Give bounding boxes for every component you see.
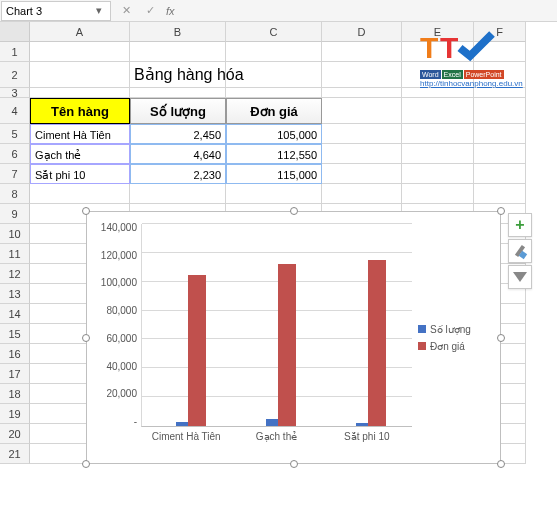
col-header[interactable]: C (226, 22, 322, 42)
confirm-icon[interactable]: ✓ (142, 4, 158, 17)
resize-handle[interactable] (497, 334, 505, 342)
row-header[interactable]: 9 (0, 204, 30, 224)
cell[interactable] (402, 144, 474, 164)
row-header[interactable]: 12 (0, 264, 30, 284)
row-header[interactable]: 19 (0, 404, 30, 424)
row-header[interactable]: 16 (0, 344, 30, 364)
row-header[interactable]: 20 (0, 424, 30, 444)
name-box-bar: Chart 3 ▾ ✕ ✓ fx (0, 0, 557, 22)
resize-handle[interactable] (497, 460, 505, 468)
cell[interactable] (322, 88, 402, 98)
cell[interactable] (402, 124, 474, 144)
row-header[interactable]: 11 (0, 244, 30, 264)
svg-text:T: T (420, 31, 438, 64)
cell[interactable] (30, 184, 130, 204)
row-header[interactable]: 6 (0, 144, 30, 164)
resize-handle[interactable] (497, 207, 505, 215)
data-cell[interactable]: 105,000 (226, 124, 322, 144)
y-tick: 80,000 (95, 305, 137, 316)
cell[interactable] (30, 42, 130, 62)
cell[interactable] (322, 62, 402, 88)
fx-icon[interactable]: fx (166, 5, 175, 17)
cell[interactable] (322, 124, 402, 144)
cell[interactable] (474, 124, 526, 144)
data-cell[interactable]: Sắt phi 10 (30, 164, 130, 184)
chart-bar[interactable] (368, 260, 386, 426)
cell[interactable] (226, 42, 322, 62)
row-header[interactable]: 13 (0, 284, 30, 304)
cell[interactable] (474, 164, 526, 184)
cell[interactable] (226, 184, 322, 204)
row-header[interactable]: 5 (0, 124, 30, 144)
chart-bar[interactable] (278, 264, 296, 426)
chart-object[interactable]: 140,000 120,000 100,000 80,000 60,000 40… (86, 211, 501, 464)
cell[interactable] (226, 62, 322, 88)
legend-swatch (418, 342, 426, 350)
cell[interactable] (474, 98, 526, 124)
row-header[interactable]: 2 (0, 62, 30, 88)
row-header[interactable]: 3 (0, 88, 30, 98)
col-header[interactable]: D (322, 22, 402, 42)
cell[interactable] (402, 164, 474, 184)
cell[interactable] (30, 88, 130, 98)
cell[interactable] (322, 144, 402, 164)
resize-handle[interactable] (290, 207, 298, 215)
sheet-title[interactable]: Bảng hàng hóa (130, 62, 226, 88)
cell[interactable] (322, 164, 402, 184)
data-cell[interactable]: 112,550 (226, 144, 322, 164)
resize-handle[interactable] (290, 460, 298, 468)
chart-elements-button[interactable] (508, 213, 532, 237)
cell[interactable] (474, 88, 526, 98)
row-header[interactable]: 21 (0, 444, 30, 464)
header-cell[interactable]: Đơn giá (226, 98, 322, 124)
cell[interactable] (402, 98, 474, 124)
cancel-icon[interactable]: ✕ (118, 4, 134, 17)
row-header[interactable]: 10 (0, 224, 30, 244)
resize-handle[interactable] (82, 334, 90, 342)
col-header[interactable]: B (130, 22, 226, 42)
cell[interactable] (322, 42, 402, 62)
resize-handle[interactable] (82, 460, 90, 468)
formula-bar: ✕ ✓ fx (112, 4, 181, 17)
cell[interactable] (130, 184, 226, 204)
chart-plot-area[interactable]: Ciment Hà Tiên Gạch thẻ Sắt phi 10 (141, 220, 412, 455)
name-box-dropdown[interactable]: ▾ (92, 4, 106, 17)
header-cell[interactable]: Số lượng (130, 98, 226, 124)
cell[interactable] (322, 184, 402, 204)
cell[interactable] (474, 144, 526, 164)
chart-filters-button[interactable] (508, 265, 532, 289)
header-cell[interactable]: Tên hàng (30, 98, 130, 124)
data-cell[interactable]: 115,000 (226, 164, 322, 184)
data-cell[interactable]: 2,230 (130, 164, 226, 184)
row-header[interactable]: 18 (0, 384, 30, 404)
cell[interactable] (402, 88, 474, 98)
x-tick: Ciment Hà Tiên (141, 429, 231, 455)
cell[interactable] (322, 98, 402, 124)
chart-styles-button[interactable] (508, 239, 532, 263)
col-header[interactable]: A (30, 22, 130, 42)
data-cell[interactable]: Gạch thẻ (30, 144, 130, 164)
cell[interactable] (402, 184, 474, 204)
data-cell[interactable]: 4,640 (130, 144, 226, 164)
chart-bar[interactable] (188, 275, 206, 427)
row-header[interactable]: 14 (0, 304, 30, 324)
row-header[interactable]: 4 (0, 98, 30, 124)
cell[interactable] (226, 88, 322, 98)
logo-url: http://tinhocvanphong.edu.vn (420, 79, 520, 88)
select-all-corner[interactable] (0, 22, 30, 42)
y-tick: 120,000 (95, 250, 137, 261)
cell[interactable] (30, 62, 130, 88)
chart-legend[interactable]: Số lượng Đơn giá (412, 220, 492, 455)
data-cell[interactable]: 2,450 (130, 124, 226, 144)
cell[interactable] (474, 184, 526, 204)
row-header[interactable]: 17 (0, 364, 30, 384)
cell[interactable] (130, 88, 226, 98)
data-cell[interactable]: Ciment Hà Tiên (30, 124, 130, 144)
row-header[interactable]: 15 (0, 324, 30, 344)
cell[interactable] (130, 42, 226, 62)
row-header[interactable]: 1 (0, 42, 30, 62)
resize-handle[interactable] (82, 207, 90, 215)
name-box[interactable]: Chart 3 ▾ (1, 1, 111, 21)
row-header[interactable]: 7 (0, 164, 30, 184)
row-header[interactable]: 8 (0, 184, 30, 204)
